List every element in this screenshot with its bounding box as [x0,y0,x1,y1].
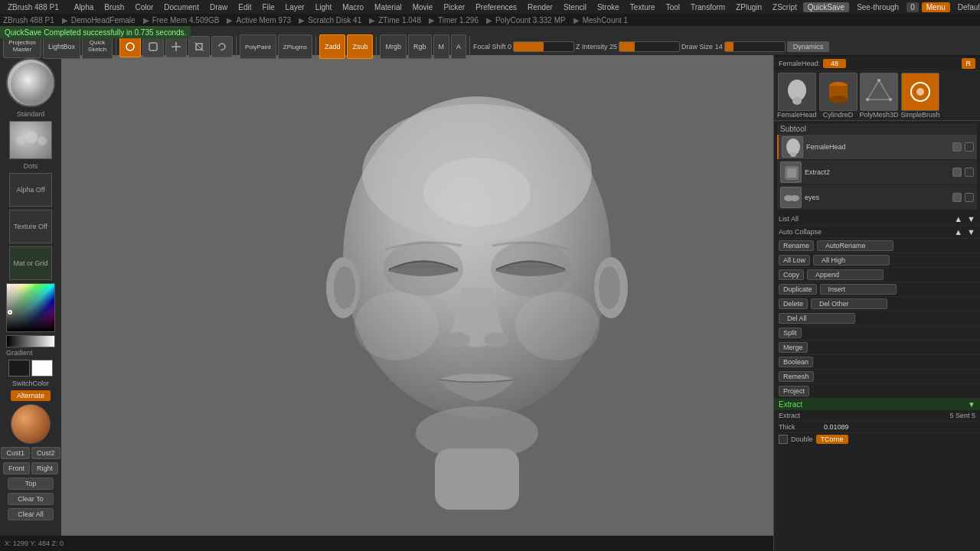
mat-grid-btn[interactable]: Mat or Grid [9,246,52,280]
right-btn[interactable]: Right [31,462,58,474]
extract-header[interactable]: Extract ▼ [774,399,980,410]
del-other-btn[interactable]: Del Other [811,298,887,309]
draw-size-slider[interactable] [724,41,786,52]
merge-btn[interactable]: Merge [779,342,808,353]
canvas-area[interactable] [61,55,892,536]
alpha-off-btn[interactable]: Alpha Off [9,173,52,207]
menu-tool[interactable]: Tool [662,2,684,12]
polypaint-btn[interactable]: PolyPaint [240,34,276,59]
menu-alpha[interactable]: Alpha [70,2,99,12]
menu-zscript[interactable]: ZScript [768,2,802,12]
delete-btn[interactable]: Delete [779,298,808,309]
boolean-btn[interactable]: Boolean [779,357,813,367]
move-btn[interactable] [165,36,187,57]
projection-master-btn[interactable]: ProjectionMaster [3,35,41,58]
menu-render[interactable]: Render [523,2,557,12]
menu-zplugin[interactable]: ZPlugin [731,2,766,12]
dots-label[interactable]: Dots [24,162,38,170]
switch-color-btn[interactable]: SwitchColor [12,380,49,387]
front-btn[interactable]: Front [3,462,30,474]
zsub-btn[interactable]: Zsub [347,34,373,59]
menu-light[interactable]: Light [311,2,337,12]
mrgb-btn[interactable]: Mrgb [380,34,407,59]
standard-brush-swatch[interactable] [6,58,55,107]
subtool-femalehead-eye[interactable] [952,142,962,152]
all-high-btn[interactable]: All High [813,255,890,266]
autorename-btn[interactable]: AutoRename [817,240,893,251]
simplebrush-thumb[interactable] [901,73,939,111]
see-through-value[interactable]: 0 [906,2,919,12]
subtool-extract2[interactable]: Extract2 [777,160,977,184]
smooth-btn[interactable] [142,36,164,57]
head-active-btn[interactable]: R [962,58,976,69]
zadd-btn[interactable]: Zadd [319,34,346,59]
duplicate-btn[interactable]: Duplicate [779,284,817,295]
del-all-btn[interactable]: Del All [779,313,855,324]
menu-color[interactable]: Color [130,2,158,12]
menu-movie[interactable]: Movie [408,2,438,12]
rgb-btn[interactable]: Rgb [408,34,432,59]
menu-stroke[interactable]: Stroke [593,2,624,12]
cust1-btn[interactable]: Cust1 [1,447,30,459]
clear-all-btn[interactable]: Clear All [8,508,54,520]
menu-document[interactable]: Document [159,2,204,12]
menu-material[interactable]: Material [370,2,407,12]
copy-btn[interactable]: Copy [779,269,804,280]
menu-draw[interactable]: Draw [205,2,232,12]
m-btn[interactable]: M [433,34,450,59]
insert-btn[interactable]: Insert [820,284,897,295]
z-intensity-slider[interactable] [619,41,680,52]
gradient-bar[interactable] [6,335,55,347]
remesh-btn[interactable]: Remesh [779,371,814,382]
project-btn[interactable]: Project [779,386,809,396]
menu-transform[interactable]: Transform [686,2,730,12]
menu-button[interactable]: Menu [922,2,950,12]
focal-shift-slider[interactable] [513,41,574,52]
menu-zbrush[interactable]: ZBrush 488 P1 [3,2,64,12]
dynamics-btn[interactable]: Dynamics [787,41,830,52]
double-checkbox[interactable] [779,435,788,444]
split-btn[interactable]: Split [779,328,802,338]
all-low-btn[interactable]: All Low [779,255,810,266]
menu-preferences[interactable]: Preferences [471,2,521,12]
femalehead-thumb[interactable] [778,73,816,111]
svg-point-6 [38,136,47,145]
subtool-extract2-eye[interactable] [952,168,962,177]
menu-brush[interactable]: Brush [100,2,129,12]
tcorne-btn[interactable]: TCorne [816,435,848,444]
subtool-eyes-eye[interactable] [952,193,962,202]
menu-layer[interactable]: Layer [281,2,309,12]
subtool-eyes[interactable]: eyes [777,185,977,210]
color-picker[interactable] [6,283,55,332]
subtool-extract2-lock[interactable] [965,168,974,177]
draw-mode-btn[interactable] [119,36,141,57]
menu-edit[interactable]: Edit [234,2,256,12]
standard-label[interactable]: Standard [17,110,45,118]
dots-swatch[interactable] [9,121,52,159]
cylinder3d-thumb[interactable] [819,73,858,111]
texture-off-btn[interactable]: Texture Off [9,210,52,243]
quicksave-button[interactable]: QuickSave [803,2,849,12]
white-swatch[interactable] [31,360,53,377]
menu-texture[interactable]: Texture [626,2,660,12]
subtool-femalehead[interactable]: FemaleHead [777,135,977,159]
subtool-eyes-lock[interactable] [965,193,974,202]
append-btn[interactable]: Append [807,269,884,280]
rotate-btn[interactable] [211,36,233,57]
menu-stencil[interactable]: Stencil [559,2,591,12]
dark-swatch[interactable] [8,360,30,377]
menu-file[interactable]: File [257,2,279,12]
alternate-btn[interactable]: Alternate [11,390,51,401]
plugins-btn[interactable]: ZPlugins [278,34,312,59]
clear-to-btn[interactable]: Clear To [8,493,54,505]
cust2-btn[interactable]: Cust2 [31,447,60,459]
menu-macro[interactable]: Macro [338,2,368,12]
top-btn[interactable]: Top [8,478,54,490]
subtool-femalehead-lock[interactable] [965,142,974,152]
scale-btn[interactable] [188,36,210,57]
rename-btn[interactable]: Rename [779,240,814,251]
a-btn[interactable]: A [451,34,466,59]
menu-picker[interactable]: Picker [439,2,469,12]
polymesh3d-thumb[interactable] [860,73,898,111]
material-sphere[interactable] [11,404,51,444]
